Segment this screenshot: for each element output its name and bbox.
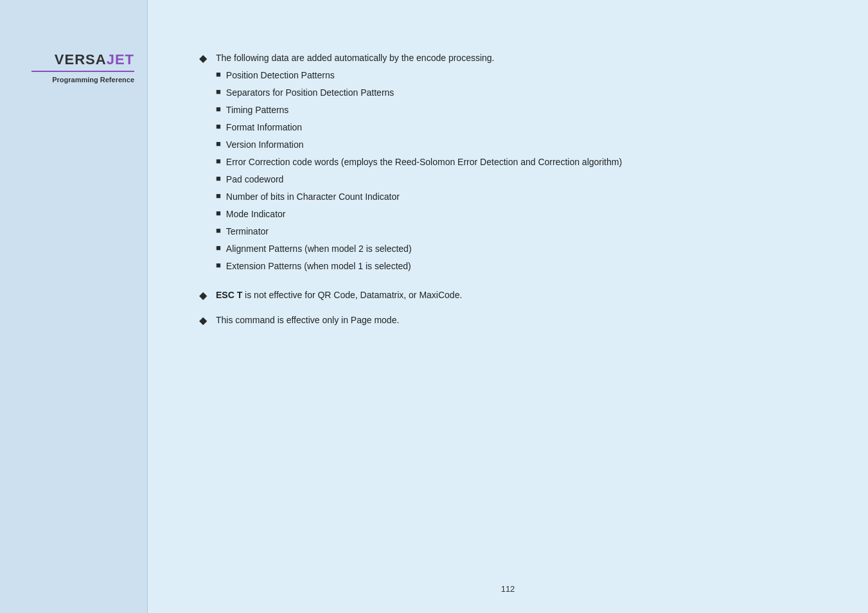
main-content: ◆ The following data are added automatic… [148,0,868,613]
sub-item-text: Separators for Position Detection Patter… [226,86,394,100]
square-icon: ■ [216,243,221,253]
list-item: ■ Format Information [216,121,622,134]
list-item: ■ Version Information [216,138,622,152]
bullet-list: ◆ The following data are added automatic… [199,51,829,339]
square-icon: ■ [216,104,221,114]
square-icon: ■ [216,173,221,183]
square-icon: ■ [216,226,221,235]
sub-item-text: Terminator [226,225,269,238]
square-icon: ■ [216,208,221,218]
sub-item-text: Mode Indicator [226,208,286,221]
list-item: ■ Number of bits in Character Count Indi… [216,190,622,204]
sub-item-text: Version Information [226,138,304,152]
sub-item-text: Position Detection Patterns [226,69,335,82]
bullet3-text: This command is effective only in Page m… [216,314,399,327]
bullet2-content: ESC T is not effective for QR Code, Data… [216,289,462,302]
bullet1-content: The following data are added automatical… [216,51,622,277]
logo-divider [31,71,134,72]
square-icon: ■ [216,156,221,166]
list-item: ■ Timing Patterns [216,103,622,117]
sub-item-text: Format Information [226,121,302,134]
list-item: ■ Extension Patterns (when model 1 is se… [216,260,622,273]
sub-list-1: ■ Position Detection Patterns ■ Separato… [216,69,622,273]
diamond-icon: ◆ [199,52,207,64]
list-item: ■ Separators for Position Detection Patt… [216,86,622,100]
square-icon: ■ [216,139,221,148]
sub-item-text: Error Correction code words (employs the… [226,155,622,169]
page-number: 112 [501,584,515,594]
sub-item-text: Pad codeword [226,173,284,186]
sub-item-text: Alignment Patterns (when model 2 is sele… [226,242,412,256]
logo-versa: VERSA [55,51,107,67]
list-item: ◆ ESC T is not effective for QR Code, Da… [199,289,829,302]
list-item: ◆ The following data are added automatic… [199,51,829,277]
list-item: ■ Pad codeword [216,173,622,186]
list-item: ■ Terminator [216,225,622,238]
list-item: ■ Position Detection Patterns [216,69,622,82]
square-icon: ■ [216,87,221,96]
list-item: ■ Mode Indicator [216,208,622,221]
list-item: ■ Alignment Patterns (when model 2 is se… [216,242,622,256]
square-icon: ■ [216,191,221,200]
list-item: ◆ This command is effective only in Page… [199,314,829,327]
logo-jet: JET [107,51,134,67]
square-icon: ■ [216,69,221,79]
diamond-icon: ◆ [199,289,207,301]
sidebar-subtitle: Programming Reference [52,76,134,84]
square-icon: ■ [216,121,221,131]
bullet2-bold: ESC T [216,290,242,300]
bullet1-text: The following data are added automatical… [216,53,495,63]
sub-item-text: Extension Patterns (when model 1 is sele… [226,260,411,273]
square-icon: ■ [216,260,221,270]
sub-item-text: Timing Patterns [226,103,289,117]
diamond-icon: ◆ [199,314,207,326]
list-item: ■ Error Correction code words (employs t… [216,155,622,169]
sub-item-text: Number of bits in Character Count Indica… [226,190,400,204]
bullet2-rest: is not effective for QR Code, Datamatrix… [242,290,462,300]
logo: VERSAJET [55,51,134,68]
sidebar: VERSAJET Programming Reference [0,0,148,613]
